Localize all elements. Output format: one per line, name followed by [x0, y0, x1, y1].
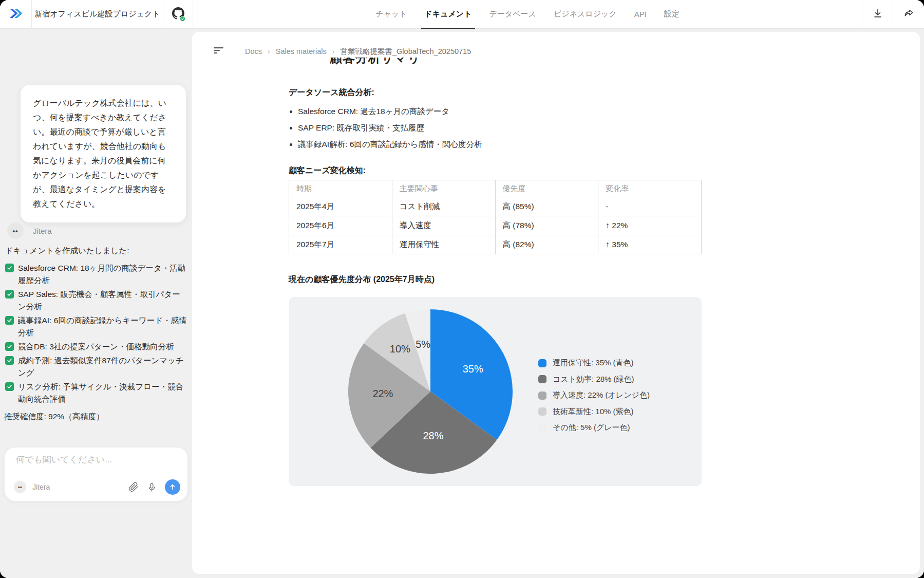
send-button[interactable]	[165, 479, 180, 495]
chart-legend: 運用保守性: 35% (青色) コスト効率: 28% (緑色) 導入速度: 22…	[538, 358, 650, 433]
col-header: 優先度	[495, 180, 598, 197]
table-cell: 高 (82%)	[495, 235, 598, 254]
chat-input-card: •• Jitera	[4, 447, 188, 501]
download-icon	[872, 8, 883, 21]
double-chevron-logo-icon	[8, 7, 24, 22]
check-icon	[5, 356, 14, 365]
table-cell: ↑ 35%	[598, 235, 702, 254]
assistant-name: Jitera	[33, 227, 52, 235]
datasource-heading: データソース統合分析:	[289, 87, 374, 98]
chat-input-toolbar: •• Jitera	[14, 479, 180, 495]
table-cell: コスト削減	[392, 197, 495, 216]
table-cell: 高 (85%)	[495, 197, 598, 216]
check-icon	[5, 264, 14, 272]
chevron-right-icon: ›	[332, 47, 335, 55]
pie-slice-percto-label: 22%	[372, 388, 393, 399]
tab-documents[interactable]: ドキュメント	[424, 0, 472, 29]
checklist-item-label: SAP Sales: 販売機会・顧客属性・取引パターン分析	[18, 288, 188, 313]
col-header: 時期	[289, 180, 392, 197]
legend-label: 導入速度: 22% (オレンジ色)	[553, 390, 650, 400]
checklist-item: リスク分析: 予算サイクル・決裁フロー・競合動向統合評価	[5, 381, 188, 405]
legend-label: 運用保守性: 35% (青色)	[553, 358, 634, 368]
tab-settings[interactable]: 設定	[664, 0, 680, 29]
share-button[interactable]	[893, 0, 924, 28]
col-header: 主要関心事	[392, 180, 495, 197]
pie-slice-percto-label: 28%	[423, 430, 443, 441]
app-logo[interactable]	[0, 0, 32, 28]
table-row: 2025年4月 コスト削減 高 (85%) -	[289, 197, 702, 216]
legend-label: 技術革新性: 10% (紫色)	[553, 407, 634, 417]
legend-swatch	[538, 375, 546, 383]
priority-pie-chart-card: 35%28%22%10%5% 運用保守性: 35% (青色) コスト効率: 28…	[289, 297, 702, 486]
checklist-item: Salesforce CRM: 18ヶ月間の商談データ・活動履歴分析	[5, 262, 188, 287]
datasource-bullets: Salesforce CRM: 過去18ヶ月の商談データ SAP ERP: 既存…	[298, 106, 688, 156]
doc-outline-icon[interactable]	[213, 45, 224, 58]
breadcrumb-current-doc: 営業戦略提案書_GlobalTech_20250715	[341, 47, 472, 57]
checklist-item: SAP Sales: 販売機会・顧客属性・取引パターン分析	[5, 288, 188, 313]
table-cell: 導入速度	[392, 216, 495, 235]
assistant-avatar: ••	[14, 481, 26, 493]
legend-swatch	[538, 391, 546, 400]
table-cell: 高 (78%)	[495, 216, 598, 235]
table-row: 2025年7月 運用保守性 高 (82%) ↑ 35%	[289, 235, 702, 254]
user-message-bubble: グローバルテック株式会社には、いつ、何を提案すべきか教えてください。最近の商談で…	[21, 85, 186, 222]
checklist-item: 競合DB: 3社の提案パターン・価格動向分析	[5, 341, 188, 353]
download-button[interactable]	[862, 0, 893, 28]
bullet-item: Salesforce CRM: 過去18ヶ月の商談データ	[298, 106, 688, 117]
project-title: 新宿オフィスビル建設プロジェクト	[32, 0, 163, 28]
main-nav: チャット ドキュメント データベース ビジネスロジック API 設定	[193, 0, 862, 28]
chat-input[interactable]	[16, 455, 177, 465]
tab-business-logic[interactable]: ビジネスロジック	[554, 0, 617, 29]
attach-file-button[interactable]	[128, 482, 139, 492]
section-heading-clipped: 顧客分析サマリ	[330, 58, 545, 70]
paperclip-icon	[128, 482, 139, 492]
chart-heading: 現在の顧客優先度分布 (2025年7月時点)	[289, 274, 435, 285]
table-cell: 2025年4月	[289, 197, 392, 216]
legend-swatch	[538, 359, 546, 367]
legend-label: コスト効率: 28% (緑色)	[553, 375, 634, 384]
checklist-item-label: 競合DB: 3社の提案パターン・価格動向分析	[18, 341, 174, 353]
legend-swatch	[538, 407, 546, 416]
app-window: 新宿オフィスビル建設プロジェクト チャット ドキュメント データベース ビジネス…	[0, 0, 924, 578]
chevron-right-icon: ›	[268, 47, 270, 55]
bullet-item: 議事録AI解析: 6回の商談記録から感情・関心度分析	[298, 139, 688, 150]
assistant-header: •• Jitera	[7, 222, 52, 239]
github-status-button[interactable]	[163, 0, 193, 28]
check-icon	[5, 342, 14, 351]
document-panel: Docs › Sales materials › 営業戦略提案書_GlobalT…	[192, 32, 920, 574]
table-cell: 2025年6月	[289, 216, 392, 235]
needs-heading: 顧客ニーズ変化検知:	[289, 165, 366, 176]
breadcrumb-docs[interactable]: Docs	[245, 47, 262, 55]
checklist-item: 議事録AI: 6回の商談記録からキーワード・感情分析	[5, 314, 188, 339]
topbar: 新宿オフィスビル建設プロジェクト チャット ドキュメント データベース ビジネス…	[0, 0, 924, 29]
check-icon	[5, 290, 14, 299]
tab-api[interactable]: API	[634, 0, 647, 29]
share-forward-icon	[903, 7, 915, 21]
checklist-item: 成約予測: 過去類似案件87件のパターンマッチング	[5, 355, 188, 379]
microphone-icon	[147, 482, 157, 492]
confidence-note: 推奨確信度: 92%（高精度）	[4, 411, 188, 423]
table-cell: ↑ 22%	[598, 216, 702, 235]
legend-item: 技術革新性: 10% (紫色)	[538, 407, 650, 417]
voice-input-button[interactable]	[147, 482, 157, 492]
pie-slice-percto-label: 10%	[390, 343, 410, 355]
pie-slice-percto-label: 35%	[463, 363, 483, 375]
sync-success-badge-icon	[180, 16, 185, 22]
table-cell: -	[598, 197, 702, 216]
table-row: 2025年6月 導入速度 高 (78%) ↑ 22%	[289, 216, 702, 235]
table-cell: 運用保守性	[392, 235, 495, 254]
tab-chat[interactable]: チャット	[375, 0, 407, 29]
checklist-item-label: 成約予測: 過去類似案件87件のパターンマッチング	[18, 355, 188, 379]
pie-slice-percto-label: 5%	[416, 339, 430, 350]
analysis-checklist: Salesforce CRM: 18ヶ月間の商談データ・活動履歴分析 SAP S…	[5, 262, 188, 405]
breadcrumb-sales-materials[interactable]: Sales materials	[276, 47, 327, 55]
checklist-item-label: Salesforce CRM: 18ヶ月間の商談データ・活動履歴分析	[18, 262, 188, 287]
tab-database[interactable]: データベース	[489, 0, 536, 29]
main-area: Docs › Sales materials › 営業戦略提案書_GlobalT…	[192, 29, 924, 578]
assistant-intro: ドキュメントを作成いたしました:	[5, 245, 188, 257]
assistant-message: ドキュメントを作成いたしました: Salesforce CRM: 18ヶ月間の商…	[5, 245, 188, 423]
check-icon	[5, 382, 14, 391]
legend-item: コスト効率: 28% (緑色)	[538, 375, 650, 384]
bullet-item: SAP ERP: 既存取引実績・支払履歴	[298, 123, 688, 134]
breadcrumb: Docs › Sales materials › 営業戦略提案書_GlobalT…	[245, 47, 471, 57]
